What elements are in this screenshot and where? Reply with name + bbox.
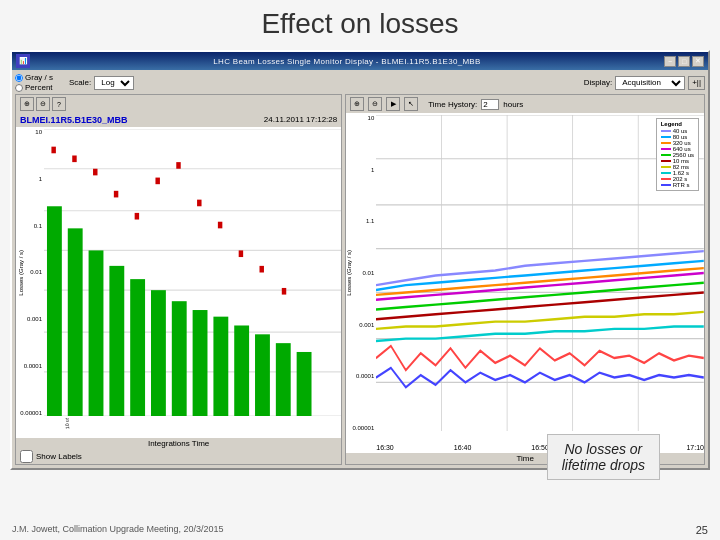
monitor-window: 📊 LHC Beam Losses Single Monitor Display…	[10, 50, 710, 470]
left-zoom-in[interactable]: ⊕	[20, 97, 34, 111]
r-x-1630: 16:30	[376, 444, 394, 451]
r-y-tick-0001: 0.001	[359, 322, 374, 328]
show-labels-checkbox[interactable]	[20, 450, 33, 463]
legend-color-2560us	[661, 154, 671, 156]
svg-rect-27	[176, 162, 180, 169]
close-button[interactable]: ✕	[692, 56, 704, 67]
svg-rect-15	[193, 310, 208, 416]
svg-rect-24	[114, 191, 118, 198]
minimize-button[interactable]: −	[664, 56, 676, 67]
legend-color-640us	[661, 148, 671, 150]
y-axis-title-left: Losses (Gray / s)	[17, 127, 25, 418]
left-chart-area: 10 1 0.1 0.01 0.001 0.0001 0.00001 Losse…	[16, 127, 341, 438]
left-chart-svg	[44, 129, 341, 416]
legend-color-202s	[661, 178, 671, 180]
left-chart-panel: ⊕ ⊖ ? BLMEI.11R5.B1E30_MBB 24.11.2011 17…	[15, 94, 342, 465]
radio-gray-label: Gray / s	[25, 73, 53, 82]
right-zoom-out[interactable]: ⊖	[368, 97, 382, 111]
legend-color-82ms	[661, 166, 671, 168]
main-content: 📊 LHC Beam Losses Single Monitor Display…	[0, 50, 720, 470]
slide-number: 25	[696, 524, 708, 536]
svg-rect-10	[89, 250, 104, 416]
radio-percent-input[interactable]	[15, 84, 23, 92]
svg-rect-12	[130, 279, 145, 416]
legend-item-rtrs: RTR s	[661, 182, 694, 188]
scale-select[interactable]: Log	[94, 76, 134, 90]
footer-author: J.M. Jowett, Collimation Upgrade Meeting…	[12, 524, 224, 536]
maximize-button[interactable]: □	[678, 56, 690, 67]
svg-rect-14	[172, 301, 187, 416]
right-arrow[interactable]: ▶	[386, 97, 400, 111]
r-y-tick-10: 10	[368, 115, 375, 121]
y-tick-00001: 0.0001	[24, 363, 42, 369]
legend-title: Legend	[661, 121, 694, 127]
legend-color-162s	[661, 172, 671, 174]
window-titlebar: 📊 LHC Beam Losses Single Monitor Display…	[12, 52, 708, 70]
time-history-unit: hours	[503, 100, 523, 109]
y-tick-1: 1	[39, 176, 42, 182]
svg-rect-8	[47, 206, 62, 416]
radio-percent[interactable]: Percent	[15, 83, 53, 92]
right-chart-area: 10 1 1.1 0.01 0.001 0.0001 0.00001 Losse…	[346, 113, 704, 453]
unit-radio-group: Gray / s Percent	[15, 73, 53, 92]
annotation-line1: No losses or	[562, 441, 645, 457]
display-plus-button[interactable]: +||	[688, 76, 705, 90]
display-select[interactable]: Acquisition	[615, 76, 685, 90]
r-y-tick-001: 0.01	[363, 270, 375, 276]
r-x-1640: 16:40	[454, 444, 472, 451]
svg-rect-25	[135, 213, 139, 220]
app-icon: 📊	[16, 54, 30, 68]
r-y-tick-11: 1.1	[366, 218, 374, 224]
display-label: Display:	[584, 78, 612, 87]
right-cursor[interactable]: ↖	[404, 97, 418, 111]
svg-rect-26	[155, 178, 159, 185]
window-body: Gray / s Percent Scale: Log Display:	[12, 70, 708, 468]
svg-rect-32	[282, 288, 286, 295]
right-chart-panel: ⊕ ⊖ ▶ ↖ Time Hystory: hours 10 1 1.1	[345, 94, 705, 465]
svg-rect-16	[213, 317, 228, 416]
y-tick-01: 0.1	[34, 223, 42, 229]
show-labels-text: Show Labels	[36, 452, 82, 461]
window-title: LHC Beam Losses Single Monitor Display -…	[213, 57, 480, 66]
page-title: Effect on losses	[0, 0, 720, 50]
r-y-tick-00001: 0.0001	[356, 373, 374, 379]
time-history-input[interactable]	[481, 99, 499, 110]
radio-gray[interactable]: Gray / s	[15, 73, 53, 82]
svg-rect-20	[297, 352, 312, 416]
channel-label: BLMEI.11R5.B1E30_MBB	[20, 115, 128, 125]
scale-label: Scale:	[69, 78, 91, 87]
display-group: Display: Acquisition +||	[584, 76, 705, 90]
svg-rect-19	[276, 343, 291, 416]
r-y-tick-1: 1	[371, 167, 374, 173]
x-axis-left: 10 us 80 us 320 us 640 us 2560 us 10 ms …	[44, 418, 341, 438]
left-info[interactable]: ?	[52, 97, 66, 111]
svg-rect-29	[218, 222, 222, 229]
left-panel-toolbar[interactable]: ⊕ ⊖ ?	[20, 97, 66, 111]
left-zoom-out[interactable]: ⊖	[36, 97, 50, 111]
time-history-label: Time Hystory:	[428, 100, 477, 109]
integrations-label: Integrations Time	[16, 438, 341, 449]
right-panel-header: ⊕ ⊖ ▶ ↖ Time Hystory: hours	[346, 95, 704, 113]
legend-color-320us	[661, 142, 671, 144]
legend-color-10ms	[661, 160, 671, 162]
y-label-text: Losses (Gray / s)	[18, 250, 24, 296]
footer: J.M. Jowett, Collimation Upgrade Meeting…	[0, 524, 720, 536]
show-labels-row[interactable]: Show Labels	[16, 449, 341, 464]
main-toolbar: Gray / s Percent Scale: Log Display:	[15, 73, 705, 92]
chart-date: 24.11.2011 17:12:28	[264, 115, 337, 125]
legend-color-80us	[661, 136, 671, 138]
svg-rect-11	[109, 266, 124, 416]
svg-rect-21	[51, 147, 55, 154]
window-controls[interactable]: − □ ✕	[664, 56, 704, 67]
radio-percent-label: Percent	[25, 83, 53, 92]
svg-rect-17	[234, 325, 249, 416]
y-tick-10: 10	[35, 129, 42, 135]
svg-rect-13	[151, 290, 166, 416]
svg-rect-31	[259, 266, 263, 273]
svg-rect-18	[255, 334, 270, 416]
svg-rect-9	[68, 228, 83, 416]
svg-rect-23	[93, 169, 97, 176]
right-y-label: Losses (Gray / s)	[346, 250, 352, 296]
right-zoom-in[interactable]: ⊕	[350, 97, 364, 111]
radio-gray-input[interactable]	[15, 74, 23, 82]
